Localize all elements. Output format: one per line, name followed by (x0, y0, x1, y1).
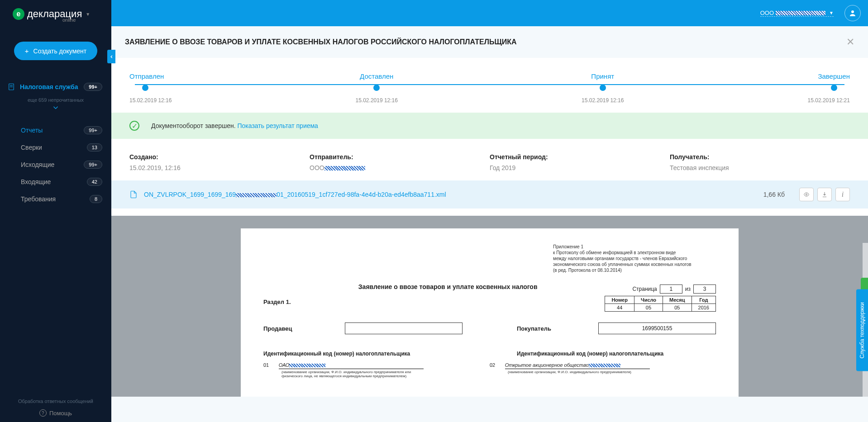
idcode-right: Идентификационный код (номер) налогоплат… (517, 351, 663, 357)
org-label: ООО (760, 9, 774, 16)
main-content: ЗАЯВЛЕНИЕ О ВВОЗЕ ТОВАРОВ И УПЛАТЕ КОСВЕ… (111, 26, 868, 422)
doc-annex-text: Приложение 1 к Протоколу об обмене инфор… (553, 244, 716, 273)
nav-recon-label: Сверки (21, 144, 42, 151)
seller-box (345, 322, 463, 334)
recipient-value: Тестовая инспекция (670, 164, 850, 171)
step-accepted-time: 15.02.2019 12:16 (582, 97, 624, 104)
step-dot-icon (373, 85, 380, 91)
question-icon: ? (39, 409, 47, 417)
step-sent-time: 15.02.2019 12:16 (129, 97, 172, 104)
file-info-button[interactable]: i (835, 188, 850, 201)
preview-file-button[interactable] (799, 188, 814, 201)
doc-row-02: 02 Открытое акционерное общество (наимен… (490, 361, 716, 378)
file-size: 1,66 Кб (763, 191, 785, 198)
nav-outgoing-badge: 99+ (84, 161, 102, 169)
step-dot-icon (600, 85, 606, 91)
period-label: Отчетный период: (490, 153, 670, 161)
banner-link[interactable]: Показать результат приема (237, 122, 318, 129)
nav-requirements[interactable]: Требования 8 (14, 190, 111, 208)
page-label: Страница (632, 286, 657, 292)
td-day: 05 (634, 304, 663, 312)
detail-sender: Отправитель: ООО (310, 153, 490, 171)
document-page: Приложение 1 к Протоколу об обмене инфор… (241, 228, 739, 397)
sidebar: е декларация ▼ online + Создать документ… (0, 0, 111, 422)
td-number: 44 (605, 304, 634, 312)
row01-num: 01 (263, 362, 277, 368)
nav-outgoing[interactable]: Исходящие 99+ (14, 156, 111, 173)
sidebar-footer: Обработка ответных сообщений ? Помощь (0, 393, 111, 422)
success-banner: ✓ Документооборот завершен. Показать рез… (111, 113, 868, 139)
eye-icon (803, 192, 810, 197)
close-button[interactable]: ✕ (846, 36, 854, 48)
step-completed-label: Завершен (808, 72, 850, 80)
nav-tax-label: Налоговая служба (20, 83, 78, 90)
nav-requirements-badge: 8 (90, 195, 102, 203)
banner-text: Документооборот завершен. Показать резул… (151, 122, 318, 129)
nav-requirements-label: Требования (21, 195, 56, 203)
page-of: из (685, 286, 691, 292)
buyer-box: 1699500155 (598, 322, 716, 334)
file-name-redacted (236, 193, 277, 197)
create-document-button[interactable]: + Создать документ (14, 42, 98, 60)
brand-chevron-icon: ▼ (86, 12, 90, 17)
nav-incoming-label: Входящие (21, 178, 51, 185)
page-title: ЗАЯВЛЕНИЕ О ВВОЗЕ ТОВАРОВ И УПЛАТЕ КОСВЕ… (125, 38, 517, 46)
file-attachment-row: ON_ZVLRPOK_1699_1699_16901_20160519_1cf7… (111, 180, 868, 209)
org-selector[interactable]: ООО ▼ (760, 9, 834, 17)
step-sent: Отправлен 15.02.2019 12:16 (129, 72, 172, 104)
buyer-label: Покупатель (517, 325, 598, 332)
recipient-label: Получатель: (670, 153, 850, 161)
detail-period: Отчетный период: Год 2019 (490, 153, 670, 171)
document-icon (7, 83, 15, 91)
step-sent-label: Отправлен (129, 72, 172, 80)
expand-chevron-icon[interactable] (0, 104, 111, 114)
info-icon: i (842, 190, 844, 199)
chevron-down-icon: ▼ (829, 10, 834, 15)
plus-icon: + (25, 47, 29, 55)
step-accepted-label: Принят (582, 72, 624, 80)
details-grid: Создано: 15.02.2019, 12:16 Отправитель: … (111, 139, 868, 180)
download-file-button[interactable] (817, 188, 832, 201)
sender-redacted (324, 166, 365, 171)
nav-reports-badge: 99+ (84, 126, 102, 134)
progress-tracker: Отправлен 15.02.2019 12:16 Доставлен 15.… (111, 58, 868, 113)
download-icon (821, 191, 828, 198)
th-number: Номер (605, 296, 634, 304)
help-label: Помощь (49, 410, 72, 417)
th-month: Месяц (663, 296, 692, 304)
idcode-left: Идентификационный код (номер) налогоплат… (263, 351, 410, 357)
th-year: Год (692, 296, 715, 304)
user-avatar[interactable] (844, 5, 861, 21)
brand-logo[interactable]: е декларация ▼ (0, 0, 111, 28)
nav-reports-label: Отчеты (21, 127, 43, 134)
nav-tax-service[interactable]: Налоговая служба 99+ (0, 78, 111, 95)
row02-redacted (589, 364, 620, 367)
step-delivered-label: Доставлен (356, 72, 398, 80)
th-day: Число (634, 296, 663, 304)
brand-subtitle: online (62, 17, 76, 23)
step-delivered: Доставлен 15.02.2019 12:16 (356, 72, 398, 104)
nav-reports[interactable]: Отчеты 99+ (14, 122, 111, 139)
period-value: Год 2019 (490, 164, 670, 171)
nav-recon-badge: 13 (87, 143, 102, 152)
support-tab[interactable]: Служба техподдержки (856, 289, 868, 371)
td-year: 2016 (692, 304, 715, 312)
nav-reconciliations[interactable]: Сверки 13 (14, 139, 111, 156)
sender-value: ООО (310, 164, 490, 171)
step-completed: Завершен 15.02.2019 12:21 (808, 72, 850, 104)
scrollbar-thumb[interactable] (863, 216, 868, 243)
step-completed-time: 15.02.2019 12:21 (808, 97, 850, 104)
detail-recipient: Получатель: Тестовая инспекция (670, 153, 850, 171)
sidebar-toggle-button[interactable] (107, 50, 115, 63)
doc-row-01: 01 ОАО (наименование организации, Ф.И.О.… (263, 361, 490, 378)
brand-badge: е (13, 8, 24, 20)
file-icon (129, 190, 138, 199)
unread-count: еще 659 непрочитанных (0, 95, 111, 104)
nav-incoming[interactable]: Входящие 42 (14, 173, 111, 190)
document-preview: Приложение 1 к Протоколу об обмене инфор… (111, 216, 868, 397)
row02-caption: (наименование организации, Ф.И.О. индиви… (508, 370, 653, 374)
help-link[interactable]: ? Помощь (0, 409, 111, 417)
file-name-link[interactable]: ON_ZVLRPOK_1699_1699_16901_20160519_1cf7… (144, 191, 763, 198)
doc-date-table: Номер Число Месяц Год 44 05 05 2016 (605, 296, 716, 312)
svg-point-3 (851, 10, 854, 13)
